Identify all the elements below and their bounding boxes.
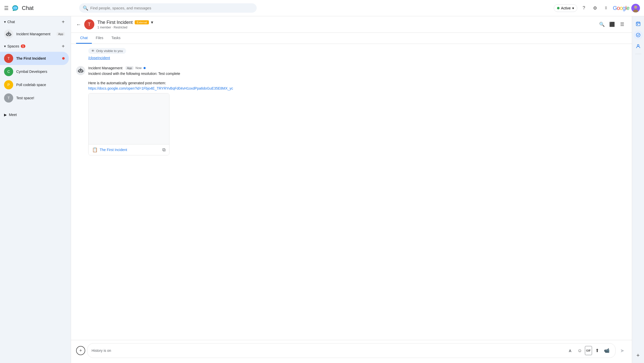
svg-rect-14	[6, 34, 7, 35]
threads-button[interactable]: ☰	[618, 20, 627, 29]
first-incident-label: The First Incident	[16, 56, 59, 60]
back-button[interactable]: ←	[76, 22, 81, 27]
status-dot	[557, 7, 560, 9]
svg-point-13	[8, 31, 9, 32]
menu-icon[interactable]: ☰	[4, 5, 9, 11]
sidebar-item-cymbal-developers[interactable]: C Cymbal Developers	[0, 65, 69, 78]
chat-input-area: + History is on A ☺ GIF ⬆ 📹 ➤	[71, 340, 632, 363]
spaces-section-header[interactable]: ▾ Spaces 1 +	[0, 41, 71, 52]
chat-title-row: The First Incident External ▾	[97, 20, 594, 25]
sidebar-item-incident-management[interactable]: Incident Management App	[0, 27, 69, 41]
right-panel-divider	[635, 54, 641, 54]
tasks-icon[interactable]	[634, 30, 643, 40]
svg-point-30	[636, 33, 640, 37]
system-message-content: 👁 Only visible to you /closeIncident	[88, 48, 627, 60]
topbar-left: ☰ Chat	[4, 4, 75, 12]
chat-header-avatar: T	[84, 19, 94, 29]
search-messages-button[interactable]: 🔍	[597, 20, 606, 29]
sidebar: ▾ Chat + Incident Management App	[0, 16, 71, 363]
status-label: Active	[561, 6, 571, 10]
attach-button[interactable]: +	[76, 346, 85, 355]
doc-card-title-row: 📋 The First Incident	[92, 147, 127, 153]
svg-point-1	[14, 7, 14, 8]
spaces-section-left: ▾ Spaces 1	[4, 44, 25, 48]
video-call-button[interactable]: ⬛	[607, 20, 617, 29]
chat-subtitle: 1 member · Restricted	[97, 26, 594, 29]
cymbal-developers-avatar: C	[4, 67, 13, 76]
doc-card: 📋 The First Incident ⧉	[88, 93, 169, 155]
spaces-count-badge: 1	[21, 44, 25, 48]
chat-messages: 👁 Only visible to you /closeIncident	[71, 44, 632, 340]
search-icon: 🔍	[83, 5, 88, 11]
chat-collapse-icon: ▾	[4, 20, 6, 24]
right-panel-add-button[interactable]: +	[634, 351, 643, 360]
tab-files[interactable]: Files	[92, 33, 108, 44]
svg-rect-25	[636, 22, 640, 26]
chevron-down-icon: ▾	[572, 6, 574, 10]
svg-point-3	[16, 7, 17, 8]
chat-section-left: ▾ Chat	[4, 20, 15, 24]
status-button[interactable]: Active ▾	[554, 4, 577, 12]
topbar: ☰ Chat 🔍 Active ▾ ? ⚙ ⠿ Google	[0, 0, 644, 16]
system-message: 👁 Only visible to you /closeIncident	[76, 48, 627, 60]
format-text-button[interactable]: A	[566, 346, 575, 355]
message-input-container[interactable]: History is on A ☺ GIF ⬆ 📹	[87, 343, 616, 358]
chat-tabs: Chat Files Tasks	[71, 33, 632, 44]
doc-card-preview	[89, 93, 169, 144]
sidebar-item-first-incident[interactable]: T The First Incident	[0, 52, 69, 65]
svg-point-5	[634, 6, 637, 9]
settings-button[interactable]: ⚙	[590, 4, 600, 13]
emoji-button[interactable]: ☺	[575, 346, 584, 355]
app-message-text1: Incident closed with the following resol…	[88, 71, 627, 76]
sidebar-item-test-space[interactable]: T Test space!	[0, 91, 69, 105]
post-mortem-link[interactable]: https://docs.google.com/open?id=1Fbjo4E_…	[88, 86, 233, 90]
input-row: + History is on A ☺ GIF ⬆ 📹 ➤	[76, 343, 627, 358]
video-button[interactable]: 📹	[602, 346, 611, 355]
svg-rect-20	[80, 72, 81, 72]
sidebar-item-poll-codelab[interactable]: P Poll codelab space	[0, 78, 69, 91]
send-button[interactable]: ➤	[618, 346, 627, 355]
chat-header-actions: 🔍 ⬛ ☰	[597, 20, 627, 29]
gif-button[interactable]: GIF	[585, 346, 592, 355]
chat-dropdown-icon[interactable]: ▾	[151, 20, 153, 25]
app-badge: App	[57, 32, 65, 36]
test-space-avatar: T	[4, 93, 13, 103]
copy-icon[interactable]: ⧉	[162, 147, 166, 153]
right-panel: +	[632, 16, 644, 363]
topbar-right: Active ▾ ? ⚙ ⠿ Google	[554, 4, 640, 13]
only-visible-badge: 👁 Only visible to you	[88, 48, 126, 54]
app-logo	[11, 4, 19, 12]
tab-chat[interactable]: Chat	[76, 33, 92, 44]
only-visible-text: Only visible to you	[96, 49, 123, 53]
robot-icon	[4, 29, 13, 39]
chat-add-button[interactable]: +	[60, 18, 67, 25]
poll-codelab-label: Poll codelab space	[16, 83, 65, 87]
app-message-content: Incident Management App Now Incident clo…	[88, 66, 627, 155]
calendar-icon[interactable]	[634, 19, 643, 28]
chat-panel: ← T The First Incident External ▾ 1 memb…	[71, 16, 632, 363]
tab-tasks[interactable]: Tasks	[107, 33, 125, 44]
svg-point-9	[7, 34, 8, 35]
input-actions: A ☺ GIF ⬆ 📹	[566, 346, 611, 355]
help-button[interactable]: ?	[579, 4, 588, 13]
test-space-label: Test space!	[16, 96, 65, 100]
spaces-add-button[interactable]: +	[60, 43, 67, 50]
app-message: Incident Management App Now Incident clo…	[76, 66, 627, 155]
app-message-meta: Incident Management App Now	[88, 66, 627, 70]
eye-icon: 👁	[91, 49, 95, 53]
svg-point-22	[80, 68, 81, 69]
app-message-avatar	[76, 66, 85, 75]
poll-codelab-avatar: P	[4, 80, 13, 89]
app-message-badge: App	[126, 66, 134, 70]
slash-command-link[interactable]: /closeIncident	[88, 56, 110, 60]
apps-button[interactable]: ⠿	[602, 4, 611, 13]
meet-section[interactable]: ▶ Meet	[0, 110, 71, 120]
app-message-online-dot	[144, 67, 146, 69]
upload-button[interactable]: ⬆	[593, 346, 602, 355]
search-input[interactable]	[79, 3, 257, 13]
contacts-icon[interactable]	[634, 42, 643, 51]
main-layout: ▾ Chat + Incident Management App	[0, 16, 644, 363]
user-avatar[interactable]	[631, 4, 640, 12]
chat-section-header[interactable]: ▾ Chat +	[0, 16, 71, 27]
app-message-text2: Here is the automatically generated post…	[88, 80, 627, 91]
